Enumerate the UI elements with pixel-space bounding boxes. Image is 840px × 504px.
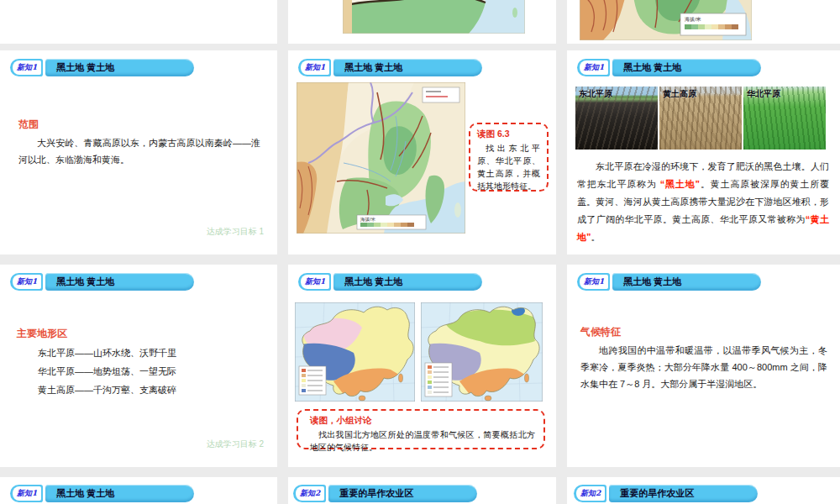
slide-header: 新知1 黑土地 黄土地: [10, 485, 194, 502]
photo-northeast-plain: 东北平原: [575, 87, 658, 150]
landform-photos: 东北平原 黄土高原 华北平原: [575, 87, 826, 150]
slide-thumbnail-bottom-left[interactable]: 新知1 黑土地 黄土地: [0, 477, 277, 504]
slide-header: 新知1 黑土地 黄土地: [298, 59, 482, 76]
list-item: 华北平原——地势坦荡、一望无际: [38, 362, 176, 381]
badge-label: 新知1: [13, 486, 41, 501]
header-title: 重要的旱作农业区: [328, 485, 477, 502]
slide-header: 新知1 黑土地 黄土地: [577, 59, 761, 76]
callout-title: 读图 6.3: [477, 129, 540, 140]
new-knowledge-badge: 新知1: [298, 59, 331, 76]
header-title: 黑土地 黄土地: [45, 485, 194, 502]
slide-header: 新知1 黑土地 黄土地: [577, 273, 761, 291]
photo-loess-plateau: 黄土高原: [659, 87, 742, 150]
new-knowledge-badge: 新知1: [10, 273, 43, 291]
body-text: 大兴安岭、青藏高原以东，内蒙古高原以南秦岭——淮河以北、东临渤海和黄海。: [18, 134, 260, 168]
section-heading: 主要地形区: [17, 327, 67, 341]
section-heading: 范围: [18, 118, 39, 132]
list-item: 东北平原——山环水绕、沃野千里: [38, 344, 176, 362]
discussion-callout: 读图，小组讨论 找出我国北方地区所处的温度带和气候区，简要概括北方地区的气候特征…: [297, 409, 545, 449]
badge-label: 新知1: [301, 60, 329, 75]
slide-climate-maps[interactable]: 新知1 黑土地 黄土地: [288, 265, 556, 467]
paragraph-segment: 。: [591, 232, 601, 242]
header-title: 黑土地 黄土地: [612, 59, 761, 76]
header-title: 黑土地 黄土地: [333, 59, 482, 76]
topographic-map-bottom: 海拔/米: [580, 0, 752, 40]
photo-label: 黄土高原: [663, 88, 696, 100]
slide-thumbnail-top-middle[interactable]: [288, 0, 556, 44]
slide-thumbnail-bottom-middle[interactable]: 新知2 重要的旱作农业区: [288, 477, 556, 504]
slide-thumbnail-top-left[interactable]: [0, 0, 277, 44]
highlight-black-soil: “黑土地”: [660, 179, 700, 189]
north-china-map-bottom: [343, 0, 525, 34]
photo-label: 东北平原: [579, 88, 612, 100]
body-text: 地跨我国的中温带和暖温带，以温带季风气候为主，冬季寒冷，夏季炎热；大部分年降水量…: [580, 342, 827, 392]
climate-legend: [299, 366, 326, 395]
new-knowledge-badge: 新知2: [293, 485, 326, 502]
slide-scope[interactable]: 新知1 黑土地 黄土地 范围 大兴安岭、青藏高原以东，内蒙古高原以南秦岭——淮河…: [0, 50, 277, 255]
elevation-legend: 海拔/米: [357, 215, 426, 229]
new-knowledge-badge: 新知2: [574, 485, 606, 502]
svg-text:海拔/米: 海拔/米: [685, 17, 701, 22]
callout-body: 找出我国北方地区所处的温度带和气候区，简要概括北方地区的气候特征。: [310, 428, 535, 454]
slide-topo-map[interactable]: 新知1 黑土地 黄土地: [288, 50, 556, 255]
badge-label: 新知2: [576, 486, 605, 501]
slide-grid: 海拔/米 新知1 黑土地 黄土地 范围 大兴安岭、青藏高原以东，内蒙古高原以南秦…: [0, 0, 840, 504]
header-title: 黑土地 黄土地: [45, 59, 194, 76]
slide-header: 新知2 重要的旱作农业区: [293, 485, 477, 502]
slide-sorter-page: { "colors": { "pill_blue": "#55C6F1", "b…: [0, 0, 840, 504]
photo-label: 华北平原: [747, 88, 780, 100]
header-title: 重要的旱作农业区: [609, 485, 758, 502]
slide-landform-regions[interactable]: 新知1 黑土地 黄土地 主要地形区 东北平原——山环水绕、沃野千里 华北平原——…: [0, 265, 277, 467]
header-title: 黑土地 黄土地: [612, 273, 761, 291]
slide-black-yellow-soil[interactable]: 新知1 黑土地 黄土地 东北平原 黄土高原 华北平原 东北平原在冷湿的环境下，发…: [567, 50, 840, 255]
new-knowledge-badge: 新知1: [10, 485, 43, 502]
map-scale-legend: [423, 87, 459, 102]
northeast-china-topographic-map: 海拔/米: [297, 82, 465, 234]
china-temperature-zone-map: [421, 302, 543, 402]
body-text: 东北平原在冷湿的环境下，发育了肥沃的黑色土壤。人们常把东北平原称为 “黑土地”。…: [577, 158, 829, 246]
badge-label: 新知1: [580, 60, 608, 75]
slide-climate-features[interactable]: 新知1 黑土地 黄土地 气候特征 地跨我国的中温带和暖温带，以温带季风气候为主，…: [567, 265, 840, 467]
section-heading: 气候特征: [580, 325, 621, 339]
elevation-legend: 海拔/米: [680, 13, 746, 35]
badge-label: 新知1: [13, 275, 41, 289]
badge-label: 新知1: [580, 275, 608, 289]
reading-task-callout: 读图 6.3 找出东北平原、华北平原、黄土高原，并概括其地形特征。: [469, 123, 549, 192]
callout-body: 找出东北平原、华北平原、黄土高原，并概括其地形特征。: [477, 142, 540, 192]
new-knowledge-badge: 新知1: [298, 273, 331, 291]
list-item: 黄土高原——千沟万壑、支离破碎: [38, 381, 176, 399]
landform-list: 东北平原——山环水绕、沃野千里 华北平原——地势坦荡、一望无际 黄土高原——千沟…: [38, 344, 176, 399]
slide-thumbnail-top-right[interactable]: 海拔/米: [567, 0, 840, 44]
goal-label: 达成学习目标 2: [207, 438, 264, 450]
photo-north-china-plain: 华北平原: [743, 87, 826, 150]
china-climate-type-map: [295, 302, 415, 402]
slide-header: 新知1 黑土地 黄土地: [10, 273, 194, 291]
svg-text:海拔/米: 海拔/米: [360, 217, 376, 223]
slide-header: 新知1 黑土地 黄土地: [298, 273, 482, 291]
new-knowledge-badge: 新知1: [577, 273, 610, 291]
badge-label: 新知1: [301, 275, 329, 289]
slide-header: 新知1 黑土地 黄土地: [10, 59, 194, 76]
badge-label: 新知1: [13, 60, 41, 75]
callout-title: 读图，小组讨论: [310, 415, 537, 427]
temperature-legend: [425, 363, 452, 396]
new-knowledge-badge: 新知1: [577, 59, 610, 76]
slide-header: 新知2 重要的旱作农业区: [574, 485, 758, 502]
slide-thumbnail-bottom-right[interactable]: 新知2 重要的旱作农业区: [567, 477, 840, 504]
header-title: 黑土地 黄土地: [45, 273, 194, 291]
badge-label: 新知2: [296, 486, 324, 501]
new-knowledge-badge: 新知1: [10, 59, 43, 76]
goal-label: 达成学习目标 1: [207, 226, 264, 238]
header-title: 黑土地 黄土地: [333, 273, 482, 291]
